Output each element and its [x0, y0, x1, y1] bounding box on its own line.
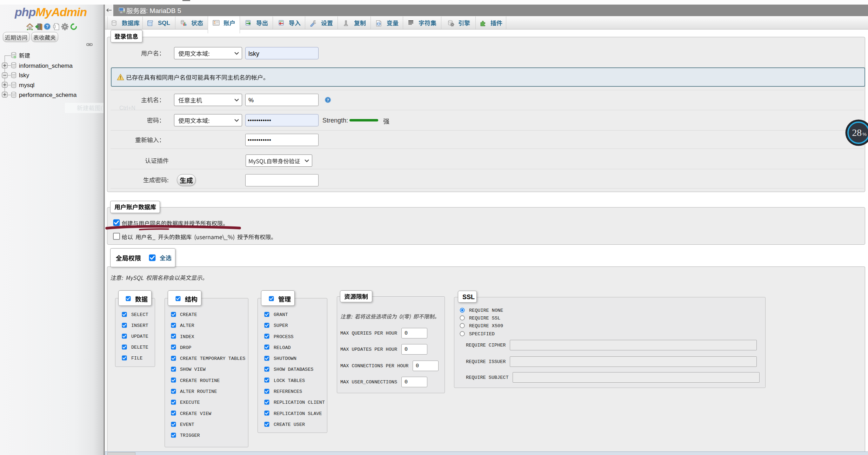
svg-text:?: ? [46, 24, 49, 29]
svg-text:28: 28 [852, 127, 862, 138]
svg-text:%: % [862, 132, 867, 137]
svg-text:?: ? [327, 98, 329, 102]
